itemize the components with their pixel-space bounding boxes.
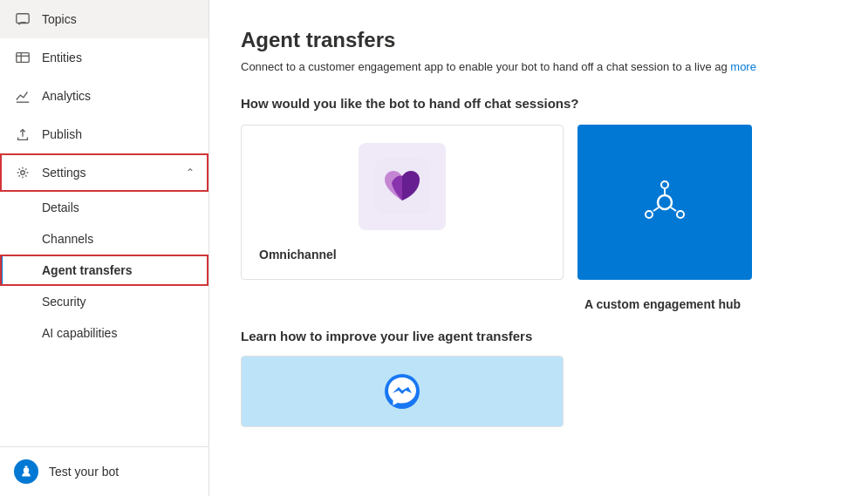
svg-point-6 bbox=[21, 171, 25, 175]
sidebar-subitem-channels[interactable]: Channels bbox=[0, 223, 208, 255]
speech-bubble-icon bbox=[14, 10, 31, 28]
sidebar-item-settings[interactable]: Settings ⌃ bbox=[0, 153, 208, 192]
learn-card[interactable] bbox=[241, 356, 564, 427]
learn-card-image bbox=[242, 357, 563, 426]
sidebar-item-topics-label: Topics bbox=[42, 12, 195, 26]
svg-point-11 bbox=[661, 181, 668, 188]
svg-line-16 bbox=[671, 207, 676, 211]
sidebar-item-settings-label: Settings bbox=[42, 166, 186, 180]
custom-hub-card[interactable] bbox=[578, 125, 752, 280]
sidebar-subitem-channels-label: Channels bbox=[42, 232, 93, 246]
sidebar: Topics Entities Analytics bbox=[0, 0, 209, 496]
omnichannel-icon-area bbox=[259, 143, 545, 230]
chevron-up-icon: ⌃ bbox=[186, 166, 195, 179]
subtitle-more-link[interactable]: more bbox=[730, 60, 756, 73]
svg-point-13 bbox=[646, 211, 653, 218]
svg-rect-0 bbox=[17, 14, 29, 24]
sidebar-subitem-ai-capabilities-label: AI capabilities bbox=[42, 326, 117, 340]
page-title: Agent transfers bbox=[241, 28, 837, 52]
sidebar-item-entities[interactable]: Entities bbox=[0, 38, 208, 77]
test-your-bot-button[interactable]: Test your bot bbox=[0, 447, 208, 496]
cards-row: Omnichannel bbox=[241, 125, 837, 280]
learn-section-title: Learn how to improve your live agent tra… bbox=[241, 329, 837, 343]
sidebar-scroll: Topics Entities Analytics bbox=[0, 0, 208, 446]
sidebar-subitem-details[interactable]: Details bbox=[0, 192, 208, 223]
gear-icon bbox=[14, 164, 31, 181]
main-content: Agent transfers Connect to a customer en… bbox=[209, 0, 868, 496]
section1-title: How would you like the bot to hand off c… bbox=[241, 96, 837, 111]
sidebar-subitem-security[interactable]: Security bbox=[0, 286, 208, 317]
bot-avatar bbox=[14, 459, 38, 484]
svg-rect-1 bbox=[17, 53, 29, 63]
sidebar-item-publish[interactable]: Publish bbox=[0, 115, 208, 153]
omnichannel-card[interactable]: Omnichannel bbox=[241, 125, 564, 280]
sidebar-item-analytics-label: Analytics bbox=[42, 89, 195, 103]
svg-point-7 bbox=[24, 467, 29, 472]
subtitle-text: Connect to a customer engagement app to … bbox=[241, 60, 728, 73]
page-subtitle: Connect to a customer engagement app to … bbox=[241, 59, 837, 75]
sidebar-subitem-ai-capabilities[interactable]: AI capabilities bbox=[0, 317, 208, 349]
chart-icon bbox=[14, 87, 31, 105]
sidebar-subitem-details-label: Details bbox=[42, 200, 79, 214]
sidebar-subitem-agent-transfers[interactable]: Agent transfers bbox=[0, 255, 208, 286]
svg-point-10 bbox=[658, 195, 672, 209]
svg-point-15 bbox=[677, 211, 684, 218]
sidebar-item-topics[interactable]: Topics bbox=[0, 0, 208, 38]
omnichannel-logo bbox=[359, 143, 446, 230]
sidebar-item-publish-label: Publish bbox=[42, 127, 195, 141]
sidebar-subitem-security-label: Security bbox=[42, 295, 86, 309]
omnichannel-label: Omnichannel bbox=[259, 248, 337, 262]
test-your-bot-label: Test your bot bbox=[49, 465, 119, 479]
table-icon bbox=[14, 49, 31, 66]
sidebar-bottom: Test your bot bbox=[0, 446, 208, 496]
card-labels-row: A custom engagement hub bbox=[241, 294, 837, 311]
upload-icon bbox=[14, 126, 31, 143]
learn-card-icon bbox=[381, 370, 423, 412]
custom-hub-icon bbox=[637, 174, 693, 230]
custom-hub-label: A custom engagement hub bbox=[578, 297, 752, 311]
sidebar-item-entities-label: Entities bbox=[42, 51, 195, 65]
sidebar-item-analytics[interactable]: Analytics bbox=[0, 77, 208, 115]
sidebar-subitem-agent-transfers-label: Agent transfers bbox=[42, 263, 132, 277]
svg-rect-8 bbox=[24, 466, 27, 468]
svg-line-14 bbox=[653, 207, 659, 211]
